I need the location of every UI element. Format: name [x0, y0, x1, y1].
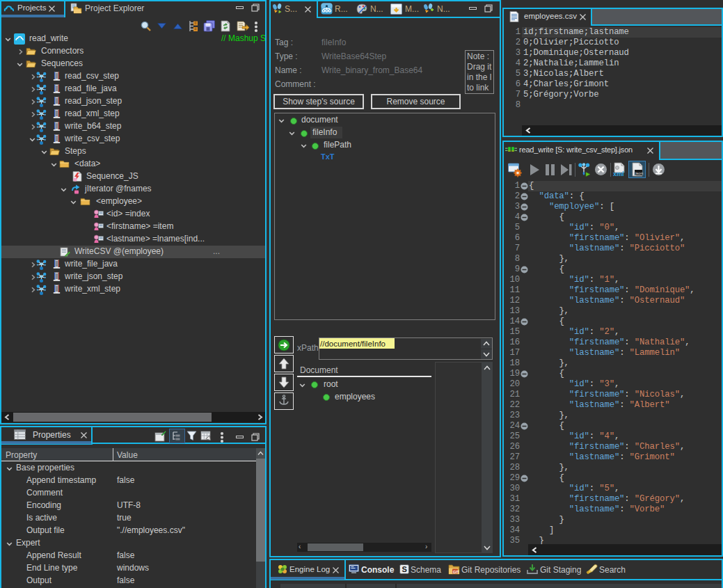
svg-text:json: json [635, 171, 643, 175]
svg-text:xml: xml [613, 170, 624, 177]
svg-text:GIT: GIT [453, 570, 460, 574]
svg-text:S: S [402, 565, 407, 573]
